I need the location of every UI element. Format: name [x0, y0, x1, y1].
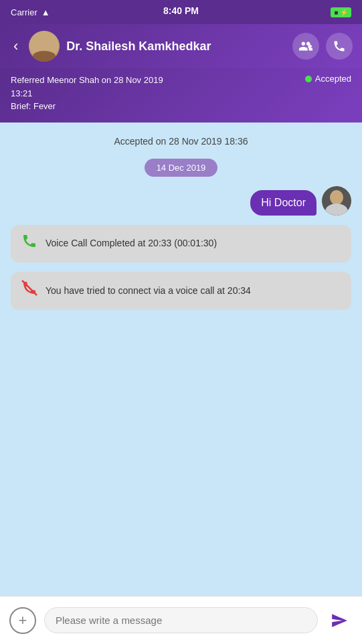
add-attachment-button[interactable]: + [9, 607, 36, 634]
chat-area: Accepted on 28 Nov 2019 18:36 14 Dec 201… [0, 123, 362, 598]
message-input[interactable] [44, 607, 318, 633]
bottom-bar: + [0, 596, 362, 644]
call-completed-icon [21, 233, 37, 255]
accepted-label: Accepted [315, 74, 351, 84]
doctor-name: Dr. Shailesh Kamkhedkar [66, 39, 286, 54]
doctor-avatar [29, 31, 60, 62]
battery-icon: ■ ⚡ [331, 7, 351, 17]
accepted-dot [305, 76, 312, 82]
sender-avatar [322, 186, 351, 216]
referral-text: Referred Meenor Shah on 28 Nov 2019 13:2… [11, 74, 163, 113]
phone-icon [333, 39, 346, 53]
call-button[interactable] [326, 33, 353, 60]
date-chip: 14 Dec 2019 [145, 159, 218, 177]
battery-area: ■ ⚡ [331, 7, 351, 17]
accepted-badge: Accepted [305, 74, 351, 84]
svg-point-1 [330, 190, 343, 205]
call-missed-text: You have tried to connect via a voice ca… [46, 285, 251, 298]
voice-call-completed: Voice Call Completed at 20:33 (00:01:30) [11, 225, 351, 263]
header-actions [292, 33, 353, 60]
svg-line-3 [22, 280, 37, 295]
accepted-notice: Accepted on 28 Nov 2019 18:36 [11, 136, 351, 147]
plus-icon: + [19, 612, 27, 629]
carrier-wifi: Carrier ▲ [11, 7, 50, 17]
add-contact-button[interactable] [292, 33, 319, 60]
sent-bubble: Hi Doctor [250, 190, 316, 216]
status-time: 8:40 PM [163, 5, 199, 16]
send-icon [331, 612, 348, 629]
back-button[interactable]: ‹ [9, 36, 22, 56]
send-button[interactable] [326, 607, 353, 634]
referral-detail: Referred Meenor Shah on 28 Nov 2019 13:2… [11, 75, 163, 98]
call-completed-text: Voice Call Completed at 20:33 (00:01:30) [46, 237, 217, 250]
chat-header: ‹ Dr. Shailesh Kamkhedkar [0, 24, 362, 68]
add-contact-icon [298, 39, 313, 54]
status-bar: Carrier ▲ 8:40 PM ■ ⚡ [0, 0, 362, 24]
carrier-label: Carrier [11, 7, 37, 17]
referral-brief: Brief: Fever [11, 101, 56, 111]
referral-info: Referred Meenor Shah on 28 Nov 2019 13:2… [0, 68, 362, 123]
sent-message-container: Hi Doctor [11, 186, 351, 216]
sender-avatar-svg [322, 186, 351, 216]
wifi-icon: ▲ [41, 7, 50, 17]
voice-call-missed: You have tried to connect via a voice ca… [11, 272, 351, 310]
call-missed-icon [21, 280, 37, 302]
